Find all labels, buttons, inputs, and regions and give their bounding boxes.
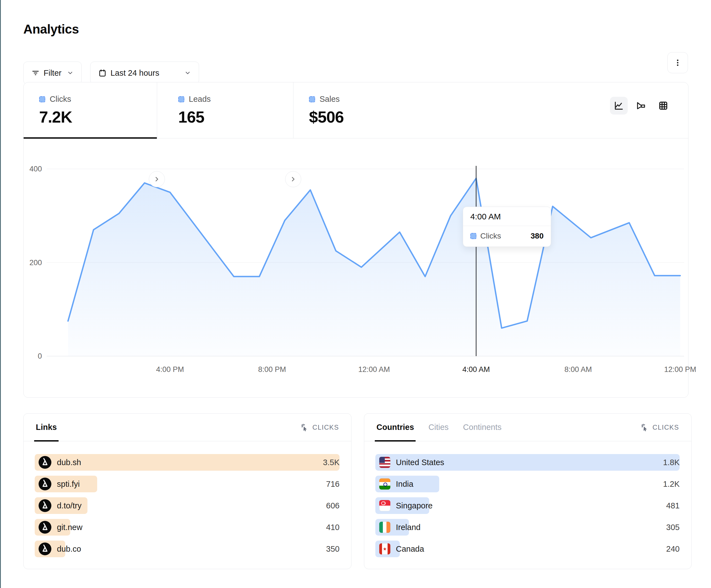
list-item-value: 350 [326, 544, 340, 553]
links-clicks-header[interactable]: CLICKS [301, 423, 339, 432]
ie-flag-icon [379, 522, 390, 533]
chevron-down-icon [184, 70, 191, 76]
list-item-value: 3.5K [323, 458, 340, 467]
filter-button-label: Filter [44, 68, 61, 78]
tab-sales-value: $506 [309, 108, 410, 126]
tab-leads[interactable]: Leads 165 [157, 82, 293, 138]
analytics-card: Clicks 7.2K Leads 165 Sales $506 [23, 82, 689, 398]
expand-leads-button[interactable] [285, 171, 301, 187]
analytics-page: Analytics Filter Last 24 h [0, 0, 711, 588]
filter-button[interactable]: Filter [23, 62, 82, 84]
countries-clicks-header[interactable]: CLICKS [641, 423, 679, 432]
list-item-label: d.to/try [57, 501, 82, 510]
clicks-legend-swatch [39, 96, 45, 103]
clicks-chart[interactable]: 0200400 4:00 PM8:00 PM12:00 AM4:00 AM8:0… [24, 138, 688, 397]
page-title: Analytics [23, 22, 79, 37]
links-clicks-label: CLICKS [312, 424, 339, 431]
x-axis-tick: 12:00 PM [664, 365, 696, 374]
y-axis-tick: 200 [24, 258, 42, 267]
y-axis-tick: 0 [24, 352, 42, 361]
table-view-icon[interactable] [654, 97, 672, 115]
dub-logo-icon [39, 543, 51, 555]
x-axis-tick: 12:00 AM [358, 365, 390, 374]
toolbar: Filter Last 24 hours [23, 62, 688, 85]
list-item-label: Canada [396, 544, 424, 553]
tab-clicks[interactable]: Clicks 7.2K [24, 82, 157, 138]
list-item-label: git.new [57, 523, 83, 532]
list-item-value: 1.2K [663, 479, 680, 489]
date-range-button[interactable]: Last 24 hours [90, 62, 199, 84]
list-item-label: dub.co [57, 544, 81, 553]
sg-flag-icon [379, 500, 390, 511]
area-fill [68, 178, 680, 356]
list-item[interactable]: Canada240 [375, 541, 680, 557]
ca-flag-icon [379, 543, 390, 555]
tab-links[interactable]: Links [36, 413, 57, 441]
sales-legend-swatch [309, 96, 315, 103]
in-flag-icon [379, 478, 390, 490]
chart-mode-switcher [610, 97, 672, 115]
list-item-label: Singapore [396, 501, 433, 510]
left-edge-accent [0, 0, 1, 588]
list-item-value: 410 [326, 523, 340, 532]
list-item[interactable]: dub.co350 [35, 541, 340, 557]
list-item-value: 481 [666, 501, 680, 510]
list-item[interactable]: India1.2K [375, 476, 680, 492]
list-item-value: 716 [326, 479, 340, 489]
tab-clicks-label: Clicks [50, 95, 71, 104]
x-axis-tick: 8:00 AM [564, 365, 592, 374]
tab-leads-label: Leads [189, 95, 211, 104]
list-item-label: spti.fyi [57, 479, 80, 489]
links-list: dub.sh3.5K spti.fyi716 d.to/try606 git.n… [24, 441, 351, 557]
tab-countries[interactable]: Countries [376, 413, 414, 441]
tab-cities[interactable]: Cities [428, 413, 449, 441]
filter-lines-icon [31, 69, 40, 77]
list-item[interactable]: Ireland305 [375, 519, 680, 536]
x-axis-tick: 4:00 PM [156, 365, 184, 374]
tooltip-legend-swatch [470, 233, 476, 239]
list-item[interactable]: git.new410 [35, 519, 340, 536]
metric-tabs: Clicks 7.2K Leads 165 Sales $506 [24, 82, 688, 138]
list-item-value: 305 [666, 523, 680, 532]
tooltip-series-label: Clicks [480, 232, 501, 241]
list-item-label: dub.sh [57, 458, 81, 467]
dub-logo-icon [39, 499, 51, 512]
us-flag-icon [379, 457, 390, 468]
funnel-chart-icon[interactable] [632, 97, 650, 115]
countries-list: United States1.8KIndia1.2KSingapore481Ir… [364, 441, 691, 557]
cursor-click-icon [301, 423, 309, 432]
list-item-label: United States [396, 458, 444, 467]
cursor-click-icon [641, 423, 649, 432]
dub-logo-icon [39, 521, 51, 534]
list-item[interactable]: Singapore481 [375, 497, 680, 514]
tab-clicks-value: 7.2K [39, 108, 157, 126]
list-item[interactable]: d.to/try606 [35, 497, 340, 514]
links-panel-header: Links CLICKS [24, 413, 351, 441]
more-options-button[interactable] [667, 52, 688, 73]
list-item-value: 240 [666, 544, 680, 553]
chevron-down-icon [67, 70, 73, 76]
list-item-label: India [396, 479, 413, 489]
calendar-icon [98, 69, 107, 77]
tab-continents[interactable]: Continents [463, 413, 502, 441]
x-axis-tick: 4:00 AM [462, 365, 490, 374]
list-item-value: 1.8K [663, 458, 680, 467]
links-panel: Links CLICKS dub.sh3.5K spti.fyi716 d.to… [23, 413, 351, 569]
tooltip-value: 380 [531, 232, 544, 241]
chart-tooltip: 4:00 AM Clicks 380 [463, 207, 551, 247]
area-chart-canvas[interactable] [47, 164, 684, 360]
kebab-vertical-icon [673, 59, 682, 67]
countries-clicks-label: CLICKS [652, 424, 679, 431]
dub-logo-icon [39, 456, 51, 469]
y-axis-tick: 400 [24, 165, 42, 173]
list-item[interactable]: United States1.8K [375, 454, 680, 471]
tooltip-time: 4:00 AM [463, 207, 551, 226]
tab-sales[interactable]: Sales $506 [294, 82, 410, 138]
list-item-value: 606 [326, 501, 340, 510]
expand-clicks-button[interactable] [149, 171, 165, 187]
tab-leads-value: 165 [178, 108, 293, 126]
list-item[interactable]: spti.fyi716 [35, 476, 340, 492]
list-item[interactable]: dub.sh3.5K [35, 454, 340, 471]
date-range-label: Last 24 hours [110, 68, 159, 78]
line-chart-icon[interactable] [610, 97, 628, 115]
